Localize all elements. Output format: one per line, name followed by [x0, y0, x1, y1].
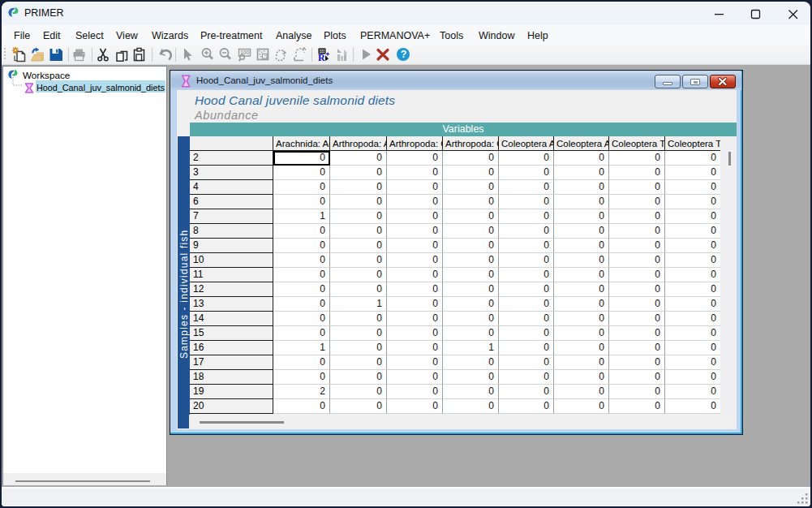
svg-text:100: 100: [240, 50, 249, 55]
svg-text:R: R: [318, 52, 325, 62]
svg-text:?: ?: [401, 49, 407, 60]
